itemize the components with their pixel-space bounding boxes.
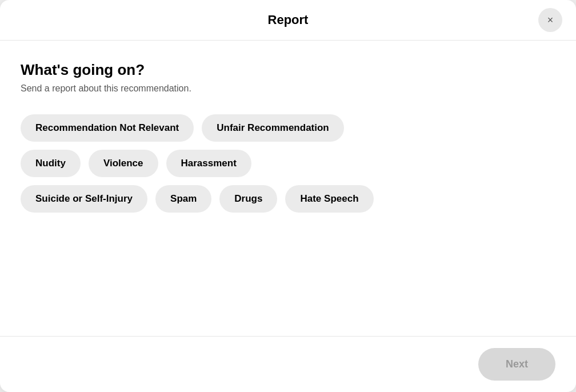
option-hate-speech[interactable]: Hate Speech xyxy=(285,185,373,213)
option-violence[interactable]: Violence xyxy=(89,150,158,177)
modal-header: Report × xyxy=(0,0,576,41)
modal-footer: Next xyxy=(0,337,576,392)
option-not-relevant[interactable]: Recommendation Not Relevant xyxy=(21,114,194,142)
options-row-2: Nudity Violence Harassment xyxy=(21,150,555,177)
question-subtitle: Send a report about this recommendation. xyxy=(21,83,555,94)
option-spam[interactable]: Spam xyxy=(155,185,211,213)
option-suicide[interactable]: Suicide or Self-Injury xyxy=(21,185,147,213)
options-row-1: Recommendation Not Relevant Unfair Recom… xyxy=(21,114,555,142)
option-drugs[interactable]: Drugs xyxy=(219,185,277,213)
options-row-3: Suicide or Self-Injury Spam Drugs Hate S… xyxy=(21,185,555,213)
modal-title: Report xyxy=(268,13,309,27)
option-unfair[interactable]: Unfair Recommendation xyxy=(202,114,343,142)
option-nudity[interactable]: Nudity xyxy=(21,150,81,177)
next-button[interactable]: Next xyxy=(478,348,555,381)
modal-body: What's going on? Send a report about thi… xyxy=(0,41,576,337)
option-harassment[interactable]: Harassment xyxy=(166,150,251,177)
close-button[interactable]: × xyxy=(538,8,562,32)
question-title: What's going on? xyxy=(21,61,555,79)
report-modal: Report × What's going on? Send a report … xyxy=(0,0,576,392)
